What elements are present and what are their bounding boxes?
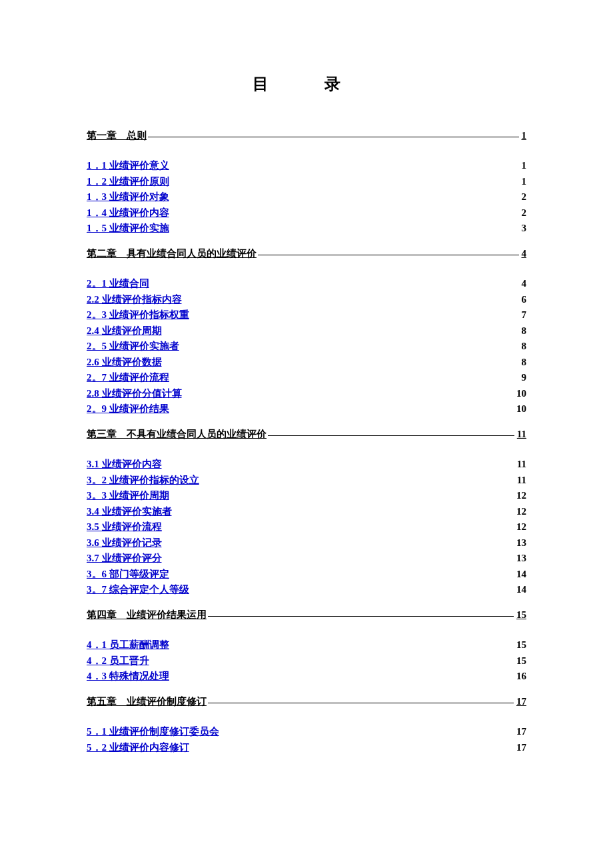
toc-section-link[interactable]: 1．2 业绩评价原则 (87, 175, 169, 188)
toc-chapter-page: 17 (514, 696, 526, 707)
toc-section-link[interactable]: 2.6 业绩评价数据 (87, 356, 162, 369)
toc-section-link[interactable]: 3.5 业绩评价流程 (87, 521, 162, 533)
toc-section-page: 10 (516, 403, 526, 415)
toc-section-link[interactable]: 3。3 业绩评价周期 (87, 489, 169, 502)
toc-section-row: 4．1 员工薪酬调整15 (87, 639, 526, 651)
toc-chapter-link[interactable]: 第二章 具有业绩合同人员的业绩评价 (87, 247, 257, 260)
toc-section-link[interactable]: 3.7 业绩评价评分 (87, 552, 162, 565)
toc-section-link[interactable]: 2。5 业绩评价实施者 (87, 340, 179, 353)
toc-chapter-row: 第四章 业绩评价结果运用15 (87, 609, 526, 621)
toc-section-row: 2.6 业绩评价数据8 (87, 356, 526, 369)
toc-chapter-row: 第三章 不具有业绩合同人员的业绩评价11 (87, 428, 526, 441)
page-title: 目 录 (87, 73, 526, 95)
toc-section-row: 2。1 业绩合同4 (87, 277, 526, 290)
toc-section-row: 1．2 业绩评价原则1 (87, 175, 526, 188)
toc-section-row: 1．5 业绩评价实施3 (87, 222, 526, 235)
toc-section-row: 2.8 业绩评价分值计算10 (87, 387, 526, 400)
toc-section-page: 6 (522, 294, 527, 305)
toc-section-page: 10 (516, 388, 526, 399)
toc-section-page: 7 (522, 309, 527, 321)
toc-section-link[interactable]: 4．3 特殊情况处理 (87, 670, 169, 683)
toc-section-row: 2.2 业绩评价指标内容6 (87, 293, 526, 306)
toc-section-page: 12 (516, 506, 526, 517)
toc-leader-line (148, 137, 519, 137)
toc-section-link[interactable]: 1．1 业绩评价意义 (87, 159, 169, 172)
toc-section-page: 15 (516, 639, 526, 651)
toc-chapter-page: 15 (514, 609, 526, 621)
toc-section-row: 3.1 业绩评价内容11 (87, 458, 526, 471)
toc-section-row: 2。3 业绩评价指标权重7 (87, 309, 526, 321)
toc-section-page: 1 (522, 160, 527, 171)
toc-leader-line (268, 435, 514, 436)
toc-section-link[interactable]: 3.6 业绩评价记录 (87, 537, 162, 549)
toc-section-link[interactable]: 2.2 业绩评价指标内容 (87, 293, 182, 306)
toc-section-row: 3。6 部门等级评定14 (87, 568, 526, 581)
toc-section-link[interactable]: 2.8 业绩评价分值计算 (87, 387, 182, 400)
toc-section-link[interactable]: 3。2 业绩评价指标的设立 (87, 474, 199, 487)
toc-section-page: 14 (516, 569, 526, 580)
toc-section-link[interactable]: 2.4 业绩评价周期 (87, 325, 162, 337)
toc-chapter-row: 第二章 具有业绩合同人员的业绩评价4 (87, 247, 526, 260)
toc-section-group: 2。1 业绩合同42.2 业绩评价指标内容62。3 业绩评价指标权重72.4 业… (87, 277, 526, 415)
toc-section-link[interactable]: 1．3 业绩评价对象 (87, 191, 169, 203)
toc-section-link[interactable]: 3.4 业绩评价实施者 (87, 505, 172, 518)
toc-section-link[interactable]: 1．5 业绩评价实施 (87, 222, 169, 235)
toc-section-row: 4．3 特殊情况处理16 (87, 670, 526, 683)
toc-chapter-link[interactable]: 第四章 业绩评价结果运用 (87, 609, 207, 621)
toc-section-link[interactable]: 1．4 业绩评价内容 (87, 207, 169, 219)
toc-section-row: 3.4 业绩评价实施者12 (87, 505, 526, 518)
toc-section-group: 1．1 业绩评价意义11．2 业绩评价原则11．3 业绩评价对象21．4 业绩评… (87, 159, 526, 235)
toc-container: 第一章 总则11．1 业绩评价意义11．2 业绩评价原则11．3 业绩评价对象2… (87, 129, 526, 754)
toc-section-row: 1．1 业绩评价意义1 (87, 159, 526, 172)
toc-section-link[interactable]: 2。1 业绩合同 (87, 277, 149, 290)
toc-section-row: 3。3 业绩评价周期12 (87, 489, 526, 502)
toc-section-row: 3.7 业绩评价评分13 (87, 552, 526, 565)
toc-section-link[interactable]: 2。7 业绩评价流程 (87, 371, 169, 384)
toc-section-page: 13 (516, 553, 526, 564)
toc-section-link[interactable]: 5．1 业绩评价制度修订委员会 (87, 725, 219, 738)
toc-chapter-page: 1 (519, 130, 527, 141)
toc-section-group: 4．1 员工薪酬调整154．2 员工晋升154．3 特殊情况处理16 (87, 639, 526, 683)
toc-section-row: 2。9 业绩评价结果10 (87, 403, 526, 415)
toc-section-row: 3.6 业绩评价记录13 (87, 537, 526, 549)
toc-section-link[interactable]: 2。9 业绩评价结果 (87, 403, 169, 415)
toc-chapter-link[interactable]: 第五章 业绩评价制度修订 (87, 695, 207, 708)
toc-section-page: 16 (516, 671, 526, 682)
toc-section-row: 3。7 综合评定个人等级14 (87, 583, 526, 596)
toc-section-page: 14 (516, 584, 526, 595)
toc-section-row: 1．4 业绩评价内容2 (87, 207, 526, 219)
toc-section-row: 1．3 业绩评价对象2 (87, 191, 526, 203)
toc-section-page: 9 (522, 372, 527, 383)
toc-section-page: 8 (522, 325, 527, 337)
toc-section-row: 5．1 业绩评价制度修订委员会17 (87, 725, 526, 738)
toc-chapter-row: 第一章 总则1 (87, 129, 526, 142)
toc-section-row: 3.5 业绩评价流程12 (87, 521, 526, 533)
toc-section-page: 8 (522, 341, 527, 352)
toc-section-link[interactable]: 3。6 部门等级评定 (87, 568, 169, 581)
toc-section-page: 13 (516, 537, 526, 549)
toc-chapter-row: 第五章 业绩评价制度修订17 (87, 695, 526, 708)
toc-section-page: 11 (517, 475, 526, 486)
toc-section-page: 2 (522, 191, 527, 203)
toc-section-link[interactable]: 3。7 综合评定个人等级 (87, 583, 189, 596)
toc-section-page: 3 (522, 223, 527, 234)
toc-chapter-link[interactable]: 第三章 不具有业绩合同人员的业绩评价 (87, 428, 267, 441)
toc-section-page: 1 (522, 176, 527, 187)
toc-section-link[interactable]: 4．1 员工薪酬调整 (87, 639, 169, 651)
toc-section-link[interactable]: 2。3 业绩评价指标权重 (87, 309, 189, 321)
toc-section-row: 3。2 业绩评价指标的设立11 (87, 474, 526, 487)
toc-section-page: 2 (522, 207, 527, 219)
toc-section-page: 17 (516, 742, 526, 753)
toc-section-link[interactable]: 5．2 业绩评价内容修订 (87, 741, 189, 754)
toc-leader-line (258, 255, 519, 255)
toc-section-row: 4．2 员工晋升15 (87, 655, 526, 667)
toc-section-link[interactable]: 4．2 员工晋升 (87, 655, 149, 667)
toc-section-link[interactable]: 3.1 业绩评价内容 (87, 458, 162, 471)
toc-chapter-link[interactable]: 第一章 总则 (87, 129, 147, 142)
toc-section-page: 12 (516, 521, 526, 533)
toc-section-page: 4 (522, 278, 527, 289)
toc-leader-line (208, 616, 514, 617)
toc-section-page: 8 (522, 357, 527, 368)
toc-section-row: 2.4 业绩评价周期8 (87, 325, 526, 337)
toc-section-row: 2。5 业绩评价实施者8 (87, 340, 526, 353)
